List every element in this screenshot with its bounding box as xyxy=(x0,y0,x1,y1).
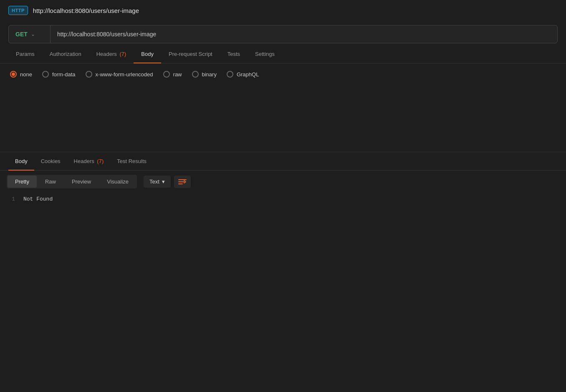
format-raw[interactable]: Raw xyxy=(38,176,63,188)
format-pretty[interactable]: Pretty xyxy=(8,176,37,188)
title-url: http://localhost:8080/users/user-image xyxy=(33,7,139,14)
http-badge: HTTP xyxy=(8,6,28,15)
response-tabs: Body Cookies Headers (7) Test Results xyxy=(0,152,566,171)
resp-tab-cookies[interactable]: Cookies xyxy=(34,152,67,170)
title-bar: HTTP http://localhost:8080/users/user-im… xyxy=(0,0,566,21)
radio-label-graphql: GraphQL xyxy=(237,71,259,78)
radio-circle-urlencoded xyxy=(86,71,92,78)
url-bar: GET ⌄ xyxy=(8,25,558,43)
format-visualize[interactable]: Visualize xyxy=(99,176,136,188)
radio-raw[interactable]: raw xyxy=(163,71,182,78)
format-bar: Pretty Raw Preview Visualize Text ▾ xyxy=(0,171,566,193)
line-content-1: Not Found xyxy=(23,196,53,202)
radio-label-form-data: form-data xyxy=(52,71,76,78)
radio-graphql[interactable]: GraphQL xyxy=(227,71,259,78)
resp-tab-headers[interactable]: Headers (7) xyxy=(67,152,111,170)
wrap-button[interactable] xyxy=(174,176,191,188)
tab-pre-request-script[interactable]: Pre-request Script xyxy=(161,45,220,63)
chevron-down-icon: ⌄ xyxy=(31,31,35,37)
radio-label-raw: raw xyxy=(173,71,182,78)
tab-headers[interactable]: Headers (7) xyxy=(89,45,134,63)
tab-settings[interactable]: Settings xyxy=(248,45,282,63)
tab-body[interactable]: Body xyxy=(134,45,161,63)
method-selector[interactable]: GET ⌄ xyxy=(9,25,51,43)
radio-urlencoded[interactable]: x-www-form-urlencoded xyxy=(86,71,153,78)
request-tabs: Params Authorization Headers (7) Body Pr… xyxy=(0,45,566,63)
text-format-label: Text xyxy=(149,178,159,185)
body-options: none form-data x-www-form-urlencoded raw… xyxy=(0,63,566,85)
radio-form-data[interactable]: form-data xyxy=(42,71,76,78)
radio-label-binary: binary xyxy=(202,71,217,78)
radio-label-none: none xyxy=(20,71,32,78)
wrap-icon xyxy=(178,178,187,185)
tab-authorization[interactable]: Authorization xyxy=(42,45,89,63)
format-preview[interactable]: Preview xyxy=(64,176,99,188)
headers-count: (7) xyxy=(118,51,126,57)
tab-tests[interactable]: Tests xyxy=(220,45,248,63)
resp-tab-body[interactable]: Body xyxy=(8,152,34,170)
line-number-1: 1 xyxy=(7,196,15,202)
radio-none[interactable]: none xyxy=(10,71,32,78)
resp-headers-count: (7) xyxy=(96,158,104,164)
text-format-chevron: ▾ xyxy=(162,178,165,185)
tab-params[interactable]: Params xyxy=(8,45,42,63)
radio-circle-raw xyxy=(163,71,170,78)
radio-circle-graphql xyxy=(227,71,233,78)
response-content: 1 Not Found xyxy=(0,193,566,206)
radio-circle-form-data xyxy=(42,71,49,78)
radio-label-urlencoded: x-www-form-urlencoded xyxy=(96,71,153,78)
format-tabs: Pretty Raw Preview Visualize xyxy=(7,175,137,188)
radio-circle-binary xyxy=(192,71,199,78)
text-format-dropdown[interactable]: Text ▾ xyxy=(144,176,171,188)
url-input[interactable] xyxy=(51,31,557,38)
body-empty-area xyxy=(0,85,566,152)
radio-circle-none xyxy=(10,71,17,78)
method-label: GET xyxy=(15,31,28,38)
response-line: 1 Not Found xyxy=(7,196,559,202)
resp-tab-test-results[interactable]: Test Results xyxy=(110,152,153,170)
url-bar-section: GET ⌄ xyxy=(0,21,566,43)
radio-binary[interactable]: binary xyxy=(192,71,217,78)
response-section: Body Cookies Headers (7) Test Results Pr… xyxy=(0,152,566,206)
